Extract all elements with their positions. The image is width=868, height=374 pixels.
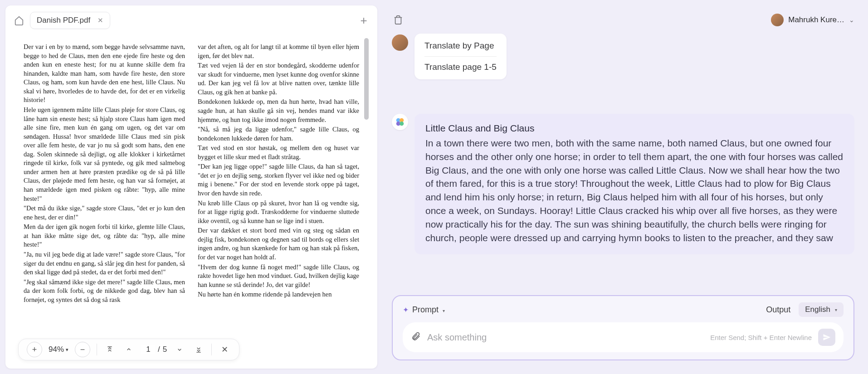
caret-down-icon: ▾ bbox=[443, 308, 445, 313]
close-toolbar-button[interactable]: ✕ bbox=[218, 345, 231, 355]
zoom-out-button[interactable]: − bbox=[75, 342, 90, 357]
divider bbox=[211, 344, 212, 355]
ai-avatar bbox=[392, 114, 408, 130]
user-menu[interactable]: Mahrukh Kure… ⌄ bbox=[771, 14, 854, 26]
pdf-page: Der var i en by to mænd, som begge havde… bbox=[13, 34, 370, 369]
tab-title: Danish PDF.pdf bbox=[37, 16, 90, 25]
divider bbox=[97, 344, 97, 355]
attach-button[interactable] bbox=[411, 331, 421, 343]
scrollbar-thumb[interactable] bbox=[364, 38, 369, 120]
add-tab-button[interactable]: + bbox=[357, 14, 370, 27]
user-message: Translate by Page Translate page 1-5 bbox=[392, 34, 854, 79]
chevron-down-icon: ▾ bbox=[66, 347, 68, 353]
ai-response-body: In a town there were two men, both with … bbox=[425, 136, 844, 245]
close-tab-icon[interactable]: ✕ bbox=[98, 16, 103, 24]
language-selector[interactable]: English ▾ bbox=[799, 302, 844, 317]
first-page-button[interactable] bbox=[103, 346, 116, 353]
chevrons-up-bar-icon bbox=[106, 346, 113, 353]
ai-bubble: Little Claus and Big Claus In a town the… bbox=[414, 114, 854, 254]
send-button[interactable] bbox=[818, 329, 835, 346]
pdf-column-right: var det aften, og alt for langt til at k… bbox=[198, 43, 359, 305]
pdf-column-left: Der var i en by to mænd, som begge havde… bbox=[24, 43, 185, 305]
tab-bar: Danish PDF.pdf ✕ + bbox=[5, 5, 377, 34]
zoom-in-button[interactable]: + bbox=[27, 342, 42, 357]
user-text-line2: Translate page 1-5 bbox=[424, 57, 497, 72]
next-page-button[interactable] bbox=[173, 346, 186, 353]
paperclip-icon bbox=[411, 331, 421, 341]
sparkle-icon: ✦ bbox=[403, 306, 409, 314]
chat-messages: Translate by Page Translate page 1-5 Lit… bbox=[384, 30, 863, 289]
home-icon bbox=[14, 15, 24, 25]
input-row: Enter Send; Shift + Enter Newline bbox=[403, 322, 844, 352]
zoom-level[interactable]: 94% ▾ bbox=[49, 345, 68, 354]
ai-message: Little Claus and Big Claus In a town the… bbox=[392, 114, 854, 254]
pdf-viewer[interactable]: Der var i en by to mænd, som begge havde… bbox=[5, 34, 377, 369]
page-total: 5 bbox=[163, 345, 167, 354]
trash-icon bbox=[393, 15, 403, 25]
input-options: ✦ Prompt ▾ Output English ▾ bbox=[403, 302, 844, 317]
prompt-selector[interactable]: Prompt ▾ bbox=[412, 305, 445, 315]
chevron-down-icon bbox=[176, 346, 183, 353]
input-hint: Enter Send; Shift + Enter Newline bbox=[710, 334, 812, 341]
chat-panel: Mahrukh Kure… ⌄ Translate by Page Transl… bbox=[384, 5, 863, 369]
user-bubble: Translate by Page Translate page 1-5 bbox=[414, 34, 507, 79]
delete-button[interactable] bbox=[392, 14, 405, 26]
chat-input[interactable] bbox=[427, 332, 704, 343]
page-indicator: / 5 bbox=[141, 345, 167, 354]
pdf-toolbar: + 94% ▾ − / 5 ✕ bbox=[18, 339, 239, 360]
avatar bbox=[771, 14, 784, 26]
chevrons-down-bar-icon bbox=[195, 346, 202, 353]
chevron-up-icon bbox=[125, 346, 132, 353]
send-icon bbox=[823, 333, 831, 341]
last-page-button[interactable] bbox=[192, 346, 205, 353]
chat-header: Mahrukh Kure… ⌄ bbox=[384, 5, 863, 30]
user-text-line1: Translate by Page bbox=[424, 41, 497, 57]
pdf-panel: Danish PDF.pdf ✕ + Der var i en by to mæ… bbox=[5, 5, 377, 369]
user-name: Mahrukh Kure… bbox=[788, 15, 844, 24]
input-area: ✦ Prompt ▾ Output English ▾ Enter Send; … bbox=[392, 295, 854, 360]
output-label: Output bbox=[766, 305, 790, 315]
prev-page-button[interactable] bbox=[122, 346, 135, 353]
file-tab[interactable]: Danish PDF.pdf ✕ bbox=[30, 12, 110, 29]
ai-response-title: Little Claus and Big Claus bbox=[425, 123, 844, 134]
page-input[interactable] bbox=[141, 345, 155, 354]
caret-down-icon: ▾ bbox=[835, 307, 837, 312]
ai-logo-icon bbox=[395, 117, 405, 127]
user-avatar bbox=[392, 34, 408, 51]
home-button[interactable] bbox=[13, 14, 25, 27]
chevron-down-icon: ⌄ bbox=[849, 16, 854, 24]
svg-point-5 bbox=[400, 121, 404, 126]
